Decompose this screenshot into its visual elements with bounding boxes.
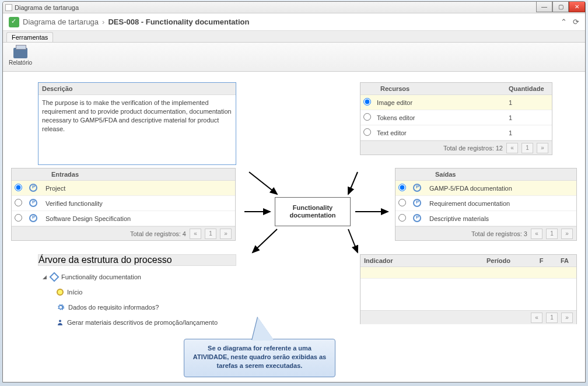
row-radio[interactable] <box>363 98 371 106</box>
page-number: 1 <box>546 229 558 239</box>
entradas-row[interactable]: Project <box>12 181 235 196</box>
page-number: 1 <box>546 313 558 323</box>
callout-tail <box>252 317 274 341</box>
breadcrumb-root[interactable]: Diagrama de tartaruga <box>23 17 99 26</box>
page-title: DES-008 - Functionality documentation <box>108 17 249 26</box>
help-callout: Se o diagrama for referente a uma ATIVID… <box>184 339 335 377</box>
tree-item[interactable]: Dados do requisito informados? <box>40 300 234 315</box>
saidas-row[interactable]: GAMP-5/FDA documentation <box>396 181 576 196</box>
breadcrumb: Diagrama de tartaruga › DES-008 - Functi… <box>3 13 585 31</box>
tree-item[interactable]: Gerar materiais descritivos de promoção/… <box>40 315 234 330</box>
app-window: Diagrama de tartaruga — ▢ ✕ Diagrama de … <box>2 1 586 383</box>
row-radio[interactable] <box>363 128 371 136</box>
row-radio[interactable] <box>363 113 371 121</box>
recursos-row[interactable]: Text editor 1 <box>360 125 552 141</box>
next-page-button[interactable]: » <box>220 229 232 239</box>
entradas-row[interactable]: Verified functionality <box>12 196 235 211</box>
recursos-col-qty: Quantidade <box>505 83 552 94</box>
window-controls: — ▢ ✕ <box>536 2 585 12</box>
indicador-col-periodo: Período <box>483 255 530 266</box>
maximize-button[interactable]: ▢ <box>552 2 569 12</box>
recursos-row[interactable]: Tokens editor 1 <box>360 110 552 125</box>
start-icon <box>57 289 64 296</box>
process-icon <box>29 199 37 207</box>
person-icon <box>57 319 64 326</box>
prev-page-button[interactable]: « <box>531 313 542 323</box>
row-radio[interactable] <box>15 199 22 206</box>
next-page-button[interactable]: » <box>537 143 548 153</box>
entradas-row[interactable]: Software Design Specification <box>12 211 235 226</box>
doc-icon <box>5 4 12 11</box>
svg-line-1 <box>348 172 358 194</box>
prev-page-button[interactable]: « <box>506 143 518 153</box>
process-tree-panel: Árvore da estrutura do processo ◢ Functi… <box>38 254 236 339</box>
entradas-header: Entradas <box>48 169 235 180</box>
saidas-row[interactable]: Descriptive materials <box>396 211 576 226</box>
gear-icon <box>57 303 65 311</box>
prev-page-button[interactable]: « <box>190 229 201 239</box>
tree-item[interactable]: Início <box>40 285 234 300</box>
saidas-panel: Saídas GAMP-5/FDA documentation Requirem… <box>395 168 577 241</box>
recursos-row[interactable]: Image editor 1 <box>360 95 552 110</box>
title-bar: Diagrama de tartaruga — ▢ ✕ <box>3 2 585 13</box>
svg-line-4 <box>253 229 277 252</box>
process-icon <box>413 214 421 222</box>
tab-ferramentas[interactable]: Ferramentas <box>6 32 53 42</box>
recursos-footer: Total de registros: 12 « 1 » <box>360 141 552 155</box>
indicador-col-f: F <box>530 255 553 266</box>
saidas-row[interactable]: Requirement documentation <box>396 196 576 211</box>
indicador-col-name: Indicador <box>360 255 483 266</box>
indicador-footer: « 1 » <box>360 310 576 324</box>
center-activity[interactable]: Functionality documentation <box>275 197 351 226</box>
row-radio[interactable] <box>398 214 406 222</box>
prev-page-button[interactable]: « <box>531 229 542 239</box>
close-button[interactable]: ✕ <box>569 2 585 12</box>
diamond-icon <box>50 272 60 282</box>
minimize-button[interactable]: — <box>536 2 552 12</box>
page-number: 1 <box>522 143 533 153</box>
report-label: Relatório <box>9 59 32 66</box>
printer-icon <box>13 48 27 58</box>
row-radio[interactable] <box>15 184 22 191</box>
row-radio[interactable] <box>398 199 406 206</box>
tree-root[interactable]: ◢ Functionality documentation <box>40 269 234 285</box>
svg-line-0 <box>249 172 277 194</box>
description-body: The purpose is to make the verification … <box>38 95 236 136</box>
indicador-panel: Indicador Período F FA « 1 » <box>360 254 577 324</box>
description-header: Descrição <box>38 83 236 95</box>
next-page-button[interactable]: » <box>561 313 573 323</box>
process-icon <box>413 199 421 207</box>
recursos-panel: Recursos Quantidade Image editor 1 Token… <box>360 82 552 155</box>
saidas-header: Saídas <box>432 169 576 180</box>
indicador-col-fa: FA <box>553 255 576 266</box>
toolbar: Relatório <box>3 43 585 72</box>
indicador-row[interactable] <box>360 267 576 279</box>
diagram-canvas: Descrição The purpose is to make the ver… <box>3 72 585 381</box>
callout-text: Se o diagrama for referente a uma ATIVID… <box>193 345 326 369</box>
process-icon <box>413 184 421 192</box>
entradas-footer: Total de registros: 4 « 1 » <box>12 226 235 240</box>
tab-bar: Ferramentas <box>3 31 585 43</box>
svg-line-5 <box>348 229 358 252</box>
tree-header: Árvore da estrutura do processo <box>38 254 236 266</box>
row-radio[interactable] <box>398 184 406 191</box>
page-number: 1 <box>205 229 216 239</box>
entradas-panel: Entradas Project Verified functionality … <box>11 168 236 241</box>
next-page-button[interactable]: » <box>561 229 573 239</box>
saidas-footer: Total de registros: 3 « 1 » <box>396 226 576 240</box>
collapse-icon[interactable]: ⌃ <box>561 17 567 26</box>
report-button[interactable]: Relatório <box>9 48 32 66</box>
app-icon <box>9 17 19 27</box>
svg-point-6 <box>59 320 61 322</box>
refresh-icon[interactable]: ⟳ <box>573 17 579 26</box>
caret-down-icon[interactable]: ◢ <box>43 274 47 280</box>
process-icon <box>29 214 37 222</box>
description-panel: Descrição The purpose is to make the ver… <box>38 82 236 165</box>
chevron-right-icon: › <box>102 17 104 26</box>
window-title: Diagrama de tartaruga <box>15 4 79 11</box>
row-radio[interactable] <box>15 214 22 222</box>
process-icon <box>29 184 37 192</box>
recursos-col-name: Recursos <box>377 83 505 94</box>
